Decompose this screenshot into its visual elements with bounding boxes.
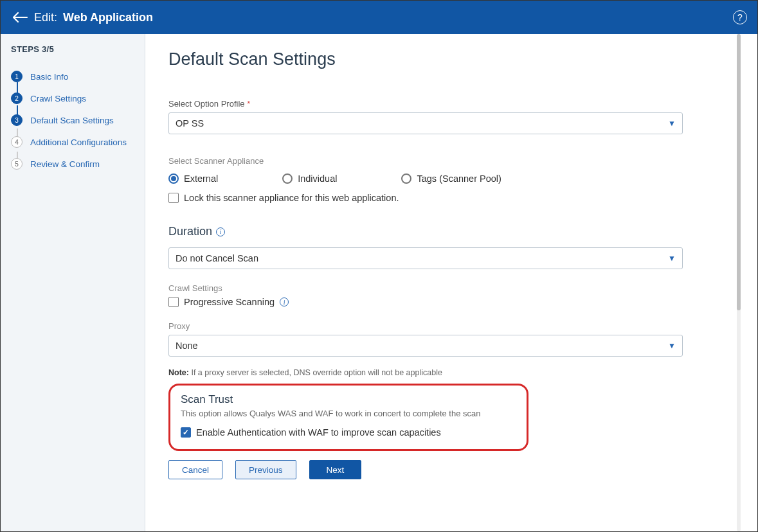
page-title: Default Scan Settings — [168, 49, 734, 69]
step-review-confirm[interactable]: 5 Review & Confirm — [11, 153, 137, 175]
chevron-down-icon: ▼ — [668, 119, 676, 128]
radio-individual[interactable]: Individual — [282, 173, 337, 184]
step-label: Crawl Settings — [30, 94, 86, 103]
radio-icon — [282, 173, 293, 184]
option-profile-value: OP SS — [176, 118, 204, 129]
info-icon[interactable]: i — [280, 297, 289, 306]
step-list: 1 Basic Info 2 Crawl Settings 3 Default … — [11, 66, 137, 175]
radio-icon — [168, 173, 179, 184]
option-profile-label: Select Option Profile * — [168, 99, 734, 109]
duration-value: Do not Cancel Scan — [176, 253, 258, 263]
chevron-down-icon: ▼ — [668, 254, 676, 263]
crawl-settings-label: Crawl Settings — [168, 283, 734, 293]
back-arrow-icon[interactable] — [11, 8, 29, 26]
scanner-appliance-label: Select Scanner Appliance — [168, 156, 734, 166]
proxy-select[interactable]: None ▼ — [168, 335, 683, 357]
radio-external[interactable]: External — [168, 173, 218, 184]
checkbox-icon — [168, 193, 179, 203]
step-label: Default Scan Settings — [30, 116, 114, 125]
required-asterisk: * — [247, 99, 250, 109]
scrollbar-thumb[interactable] — [737, 34, 741, 310]
lock-scanner-checkbox-row[interactable]: Lock this scanner appliance for this web… — [168, 193, 734, 203]
step-number: 1 — [11, 71, 23, 82]
proxy-value: None — [176, 341, 198, 351]
step-additional-configurations[interactable]: 4 Additional Configurations — [11, 131, 137, 153]
duration-select[interactable]: Do not Cancel Scan ▼ — [168, 247, 683, 269]
wizard-sidebar: STEPS 3/5 1 Basic Info 2 Crawl Settings … — [1, 34, 145, 531]
cancel-button[interactable]: Cancel — [168, 460, 222, 479]
step-number: 3 — [11, 114, 23, 126]
step-default-scan-settings[interactable]: 3 Default Scan Settings — [11, 109, 137, 131]
enable-waf-auth-checkbox-row[interactable]: ✓ Enable Authentication with WAF to impr… — [181, 427, 516, 438]
header-title: Edit: Web Application — [34, 11, 153, 24]
step-label: Basic Info — [30, 72, 68, 82]
previous-button[interactable]: Previous — [235, 460, 296, 479]
step-number: 4 — [11, 136, 23, 148]
main-panel: Default Scan Settings Select Option Prof… — [145, 34, 757, 531]
checkbox-icon: ✓ — [181, 427, 191, 438]
next-button[interactable]: Next — [309, 460, 362, 479]
steps-counter: STEPS 3/5 — [11, 44, 137, 54]
help-icon[interactable]: ? — [733, 10, 747, 24]
step-crawl-settings[interactable]: 2 Crawl Settings — [11, 87, 137, 109]
footer-buttons: Cancel Previous Next — [168, 460, 734, 479]
step-label: Additional Configurations — [30, 137, 127, 147]
step-basic-info[interactable]: 1 Basic Info — [11, 66, 137, 87]
step-number: 5 — [11, 158, 23, 170]
step-label: Review & Confirm — [30, 159, 100, 169]
chevron-down-icon: ▼ — [668, 341, 676, 350]
radio-icon — [401, 173, 411, 184]
scan-trust-description: This option allows Qualys WAS and WAF to… — [181, 409, 516, 418]
scan-trust-heading: Scan Trust — [181, 393, 516, 406]
duration-heading: Duration i — [168, 225, 734, 238]
option-profile-select[interactable]: OP SS ▼ — [168, 112, 683, 134]
checkbox-icon — [168, 297, 179, 307]
header-title-text: Web Application — [63, 11, 153, 24]
proxy-label: Proxy — [168, 321, 734, 331]
proxy-note: Note: If a proxy server is selected, DNS… — [168, 368, 734, 377]
radio-tags[interactable]: Tags (Scanner Pool) — [401, 173, 501, 184]
scanner-appliance-radio-group: External Individual Tags (Scanner Pool) — [168, 173, 734, 184]
header-edit-prefix: Edit: — [34, 11, 57, 24]
scan-trust-section: Scan Trust This option allows Qualys WAS… — [168, 384, 528, 451]
step-number: 2 — [11, 93, 23, 104]
info-icon[interactable]: i — [216, 227, 225, 236]
modal-header: Edit: Web Application ? — [1, 1, 757, 34]
progressive-scanning-checkbox-row[interactable]: Progressive Scanning i — [168, 297, 734, 307]
